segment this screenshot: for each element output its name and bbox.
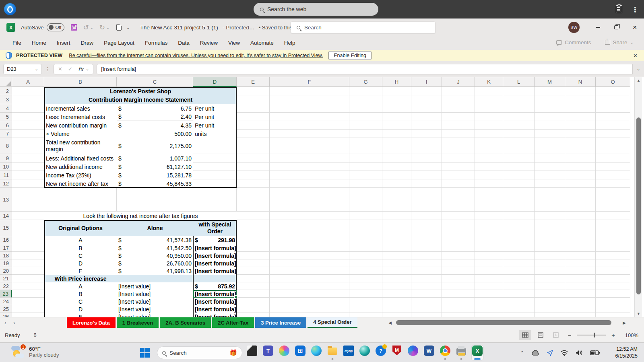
cell-B6[interactable]: New contribution margin: [44, 121, 117, 130]
zoom-slider[interactable]: [577, 335, 606, 335]
cell-B7[interactable]: × Volume: [44, 130, 117, 138]
cell-D6[interactable]: Per unit: [193, 121, 237, 130]
cell-B10[interactable]: New additional income: [44, 162, 117, 171]
row-header-13[interactable]: 13: [0, 188, 12, 212]
ribbon-tab-insert[interactable]: Insert: [52, 36, 76, 50]
cell-C10[interactable]: $61,127.10: [117, 162, 193, 171]
row-header-21[interactable]: 21: [0, 275, 12, 282]
enter-icon[interactable]: ✓: [68, 66, 72, 72]
cell-D19[interactable]: [Insert formula]: [193, 259, 237, 267]
ribbon-tab-home[interactable]: Home: [27, 36, 52, 50]
cell-C19[interactable]: $26,760.00: [117, 259, 193, 267]
cell-C20[interactable]: $41,998.13: [117, 267, 193, 275]
column-header-E[interactable]: E: [237, 77, 270, 87]
store-icon[interactable]: ⊞: [295, 346, 306, 360]
column-header-G[interactable]: G: [349, 77, 382, 87]
share-button[interactable]: Share ⌄: [600, 38, 638, 47]
column-header-I[interactable]: I: [411, 77, 442, 87]
autosave-toggle[interactable]: Off: [47, 23, 64, 31]
teams-icon[interactable]: T: [262, 346, 274, 360]
zoom-level[interactable]: 100%: [621, 332, 638, 338]
sheet-tab-2a-b-scenarios[interactable]: 2A, B Scenarios: [160, 317, 211, 328]
cell-D22[interactable]: $875.92: [193, 282, 237, 290]
save-icon[interactable]: [71, 24, 77, 31]
cell-D26[interactable]: [Insert formula]: [193, 313, 237, 317]
cell-B14[interactable]: Look the following net income after tax …: [44, 212, 237, 220]
cell-B2[interactable]: Lorenzo's Poster Shop: [44, 87, 237, 95]
row-header-3[interactable]: 3: [0, 95, 12, 104]
formula-input[interactable]: [Insert formula]: [97, 64, 633, 74]
cell-D23[interactable]: [Insert formula]: [193, 290, 237, 298]
column-header-C[interactable]: C: [117, 77, 193, 87]
row-header-24[interactable]: 24: [0, 298, 12, 305]
enable-editing-button[interactable]: Enable Editing: [328, 51, 372, 60]
sheet-nav-right-icon[interactable]: ›: [9, 320, 19, 326]
row-header-7[interactable]: 7: [0, 130, 12, 138]
sheet-tab-2c-after-tax[interactable]: 2C After-Tax: [212, 317, 254, 328]
cells-area[interactable]: Lorenzo's Poster ShopContribution Margin…: [12, 87, 630, 317]
cell-D4[interactable]: Per unit: [193, 104, 237, 113]
app-logo-icon[interactable]: [4, 3, 16, 15]
row-header-25[interactable]: 25: [0, 305, 12, 313]
page-break-view-button[interactable]: [550, 330, 562, 340]
cell-B16[interactable]: A: [44, 236, 117, 244]
column-header-O[interactable]: O: [596, 77, 630, 87]
cell-C11[interactable]: $15,281.78: [117, 171, 193, 179]
ribbon-tab-view[interactable]: View: [223, 36, 245, 50]
cell-C4[interactable]: $6.75: [117, 104, 193, 113]
cell-D17[interactable]: [Insert formula]: [193, 244, 237, 252]
cell-B21[interactable]: With Price increase: [44, 275, 117, 282]
cell-B11[interactable]: Income Tax (25%): [44, 171, 117, 179]
row-header-18[interactable]: 18: [0, 252, 12, 259]
row-header-22[interactable]: 22: [0, 282, 12, 290]
comments-button[interactable]: Comments: [551, 38, 596, 47]
row-header-4[interactable]: 4: [0, 104, 12, 113]
cell-C6[interactable]: $4.35: [117, 121, 193, 130]
cell-B12[interactable]: New net income after tax: [44, 179, 117, 188]
file-explorer-icon[interactable]: [327, 346, 338, 360]
edge-icon[interactable]: [311, 346, 322, 360]
normal-view-button[interactable]: [519, 330, 531, 340]
cell-B4[interactable]: Incremental sales: [44, 104, 117, 113]
row-header-12[interactable]: 12: [0, 179, 12, 188]
cell-C22[interactable]: [Insert value]: [117, 282, 193, 290]
row-header-9[interactable]: 9: [0, 154, 12, 162]
cell-C23[interactable]: [Insert value]: [117, 290, 193, 298]
column-header-N[interactable]: N: [565, 77, 596, 87]
sheet-tab-lorenzo-s-data[interactable]: Lorenzo's Data: [67, 317, 116, 328]
cell-C9[interactable]: $1,007.10: [117, 154, 193, 162]
cell-C25[interactable]: [Insert value]: [117, 305, 193, 313]
cell-C21[interactable]: [117, 275, 193, 282]
undo-icon[interactable]: ↺: [83, 23, 89, 32]
cell-B24[interactable]: C: [44, 298, 117, 305]
cell-D25[interactable]: [Insert formula]: [193, 305, 237, 313]
printer-icon[interactable]: [456, 346, 467, 360]
cell-D7[interactable]: units: [193, 130, 237, 138]
scroll-up-icon[interactable]: ▲: [635, 77, 642, 84]
row-header-19[interactable]: 19: [0, 259, 12, 267]
cell-D16[interactable]: $291.98: [193, 236, 237, 244]
new-sheet-button[interactable]: +: [331, 319, 356, 327]
accessibility-icon[interactable]: 🕱: [34, 332, 37, 339]
row-header-26[interactable]: 26: [0, 313, 12, 317]
myhp-icon[interactable]: myhp: [343, 346, 354, 360]
sheet-tab-1-breakeven[interactable]: 1 Breakeven: [117, 317, 159, 328]
onedrive-icon[interactable]: [531, 350, 540, 356]
excel-search-box[interactable]: Search: [291, 21, 436, 33]
row-header-5[interactable]: 5: [0, 113, 12, 121]
ribbon-tab-draw[interactable]: Draw: [76, 36, 99, 50]
volume-icon[interactable]: [575, 350, 583, 356]
copilot-icon[interactable]: [279, 346, 290, 360]
widgets-dark-icon[interactable]: [246, 346, 258, 360]
column-header-A[interactable]: A: [12, 77, 44, 87]
column-header-D[interactable]: D: [193, 77, 237, 87]
select-all-corner[interactable]: [0, 77, 12, 87]
cell-B15[interactable]: Original Options: [44, 220, 117, 236]
cell-C18[interactable]: $40,950.00: [117, 252, 193, 259]
tasks-icon[interactable]: [616, 5, 622, 13]
ribbon-tab-data[interactable]: Data: [173, 36, 195, 50]
cell-C8[interactable]: $2,175.00: [117, 138, 193, 154]
cell-C5[interactable]: $2.40: [117, 113, 193, 121]
ribbon-tab-page-layout[interactable]: Page Layout: [99, 36, 140, 50]
wifi-icon[interactable]: [560, 350, 568, 356]
